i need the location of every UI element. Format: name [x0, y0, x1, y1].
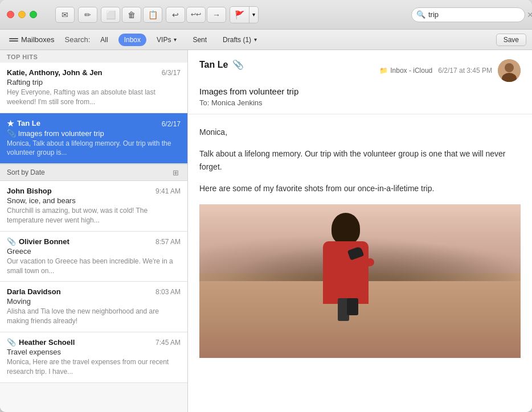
- archive-button[interactable]: ⬜: [101, 7, 120, 23]
- detail-sender-name: Tan Le: [199, 60, 228, 70]
- person-leg-right: [347, 298, 358, 315]
- email-preview-darla: Alisha and Tia love the new neighborhood…: [7, 307, 181, 326]
- body-greeting: Monica,: [199, 126, 521, 138]
- email-item-tanle[interactable]: ★ Tan Le 6/2/17 📎 Images from volunteer …: [0, 113, 187, 164]
- email-subject-olivier: Greece: [7, 247, 181, 256]
- reply-actions: ↩ ↩↩ →: [166, 7, 226, 23]
- search-box: 🔍 trip ✕: [411, 7, 525, 22]
- email-item-johnbishop[interactable]: John Bishop 9:41 AM Snow, ice, and bears…: [0, 181, 187, 232]
- folder-icon: 📁: [379, 67, 388, 75]
- filter-all-pill[interactable]: All: [95, 34, 113, 46]
- mailboxes-label: Mailboxes: [21, 35, 55, 44]
- sort-filter-icon[interactable]: ⊞: [170, 167, 181, 178]
- svg-point-1: [505, 63, 514, 72]
- mailboxes-icon: [9, 36, 18, 43]
- person-arm-left: [322, 257, 346, 269]
- person-head: [332, 213, 360, 244]
- email-item-darla[interactable]: Darla Davidson 8:03 AM Moving Alisha and…: [0, 282, 187, 332]
- search-input[interactable]: trip: [428, 10, 524, 19]
- email-date-katie: 6/3/17: [162, 69, 181, 77]
- email-date-olivier: 8:57 AM: [155, 238, 181, 246]
- delete-button[interactable]: 🗑: [122, 7, 141, 23]
- search-label: Search:: [65, 35, 91, 44]
- attachment-icon-tanle: 📎: [7, 129, 16, 138]
- reply-button[interactable]: ↩: [166, 7, 185, 23]
- filter-bar: Mailboxes Search: All Inbox VIPs Sent Dr…: [0, 30, 532, 50]
- email-detail: Tan Le 📎 📁 Inbox - iCloud 6/2/17 at 3:45…: [188, 50, 532, 412]
- email-photo: [199, 204, 521, 358]
- detail-date: 6/2/17 at 3:45 PM: [438, 67, 492, 75]
- filter-drafts-pill[interactable]: Drafts (1): [217, 34, 263, 46]
- email-preview-heather: Monica, Here are the travel expenses fro…: [7, 357, 181, 377]
- email-date-tanle: 6/2/17: [162, 120, 181, 128]
- filter-inbox-pill[interactable]: Inbox: [118, 34, 146, 46]
- search-clear-button[interactable]: ✕: [527, 10, 532, 19]
- filter-vips-pill[interactable]: VIPs: [151, 34, 182, 46]
- message-actions: ⬜ 🗑 📋: [101, 7, 162, 23]
- email-subject-darla: Moving: [7, 297, 181, 306]
- detail-meta-row: Tan Le 📎 📁 Inbox - iCloud 6/2/17 at 3:45…: [199, 59, 521, 82]
- star-icon: ★: [7, 119, 14, 128]
- compose-icon[interactable]: ✉: [55, 7, 75, 23]
- traffic-lights: [7, 11, 37, 18]
- photo-scene: [199, 204, 521, 358]
- email-preview-tanle: Monica, Talk about a lifelong memory. Ou…: [7, 139, 181, 158]
- email-sender-olivier: 📎 Olivier Bonnet: [7, 237, 69, 246]
- mailboxes-button[interactable]: Mailboxes: [6, 34, 58, 45]
- top-hits-header: Top Hits: [0, 50, 187, 63]
- flag-button[interactable]: 🚩 ▾: [230, 6, 259, 23]
- email-subject-katie: Rafting trip: [7, 78, 181, 86]
- email-sender-johnbishop: John Bishop: [7, 187, 52, 195]
- app-window: ✉ ✏ ⬜ 🗑 📋 ↩ ↩↩ → 🚩 ▾ 🔍 trip ✕: [0, 0, 532, 412]
- detail-inbox-label: 📁 Inbox - iCloud: [379, 67, 432, 75]
- flag-dropdown-button[interactable]: ▾: [249, 7, 258, 23]
- email-sender-darla: Darla Davidson: [7, 287, 61, 296]
- detail-meta-right: 📁 Inbox - iCloud 6/2/17 at 3:45 PM: [379, 59, 521, 82]
- email-date-darla: 8:03 AM: [155, 288, 181, 296]
- body-paragraph-2: Here are some of my favorite shots from …: [199, 182, 521, 195]
- main-content: Top Hits Katie, Anthony, John & Jen 6/3/…: [0, 50, 532, 412]
- forward-button[interactable]: →: [207, 7, 226, 23]
- detail-subject: Images from volunteer trip: [199, 86, 521, 96]
- email-date-heather: 7:45 AM: [155, 339, 181, 347]
- email-subject-tanle: 📎 Images from volunteer trip: [7, 129, 181, 138]
- minimize-button[interactable]: [18, 11, 26, 18]
- sort-label[interactable]: Sort by Date: [7, 168, 45, 176]
- maximize-button[interactable]: [30, 11, 37, 18]
- save-button[interactable]: Save: [496, 34, 526, 46]
- attachment-icon-olivier: 📎: [7, 237, 16, 246]
- email-item-olivierbonnet[interactable]: 📎 Olivier Bonnet 8:57 AM Greece Our vaca…: [0, 232, 187, 282]
- sort-bar: Sort by Date ⊞: [0, 164, 187, 181]
- email-sender-katie: Katie, Anthony, John & Jen: [7, 68, 103, 77]
- email-preview-katie: Hey Everyone, Rafting was an absolute bl…: [7, 88, 181, 107]
- email-sender-heather: 📎 Heather Schoell: [7, 338, 75, 347]
- move-button[interactable]: 📋: [143, 7, 162, 23]
- email-subject-heather: Travel expenses: [7, 348, 181, 356]
- attachment-icon-heather: 📎: [7, 338, 16, 347]
- close-button[interactable]: [7, 11, 14, 18]
- flag-main-button[interactable]: 🚩: [230, 7, 249, 23]
- toolbar: ✉ ✏ ⬜ 🗑 📋 ↩ ↩↩ → 🚩 ▾ 🔍 trip ✕: [55, 6, 525, 23]
- detail-to: To: Monica Jenkins: [199, 98, 521, 107]
- detail-sender-info: Tan Le 📎: [199, 59, 244, 70]
- detail-attachment-icon: 📎: [232, 59, 244, 70]
- search-icon: 🔍: [416, 10, 425, 19]
- email-item-katie[interactable]: Katie, Anthony, John & Jen 6/3/17 Raftin…: [0, 63, 187, 113]
- email-date-johnbishop: 9:41 AM: [155, 187, 181, 195]
- body-paragraph-1: Talk about a lifelong memory. Our trip w…: [199, 147, 521, 173]
- titlebar: ✉ ✏ ⬜ 🗑 📋 ↩ ↩↩ → 🚩 ▾ 🔍 trip ✕: [0, 0, 532, 30]
- reply-all-button[interactable]: ↩↩: [186, 7, 206, 23]
- email-item-heather[interactable]: 📎 Heather Schoell 7:45 AM Travel expense…: [0, 332, 187, 383]
- detail-body: Monica, Talk about a lifelong memory. Ou…: [188, 114, 532, 369]
- photo-person: [312, 204, 380, 304]
- email-sender-tanle: ★ Tan Le: [7, 119, 40, 128]
- detail-header: Tan Le 📎 📁 Inbox - iCloud 6/2/17 at 3:45…: [188, 50, 532, 114]
- person-arm-right: [351, 258, 375, 267]
- email-preview-olivier: Our vacation to Greece has been incredib…: [7, 257, 181, 276]
- email-subject-johnbishop: Snow, ice, and bears: [7, 196, 181, 205]
- avatar: [498, 59, 521, 82]
- compose-new-button[interactable]: ✏: [78, 7, 97, 23]
- email-preview-johnbishop: Churchill is amazing, but wow, was it co…: [7, 206, 181, 225]
- filter-sent-pill[interactable]: Sent: [187, 34, 212, 46]
- email-list: Top Hits Katie, Anthony, John & Jen 6/3/…: [0, 50, 188, 412]
